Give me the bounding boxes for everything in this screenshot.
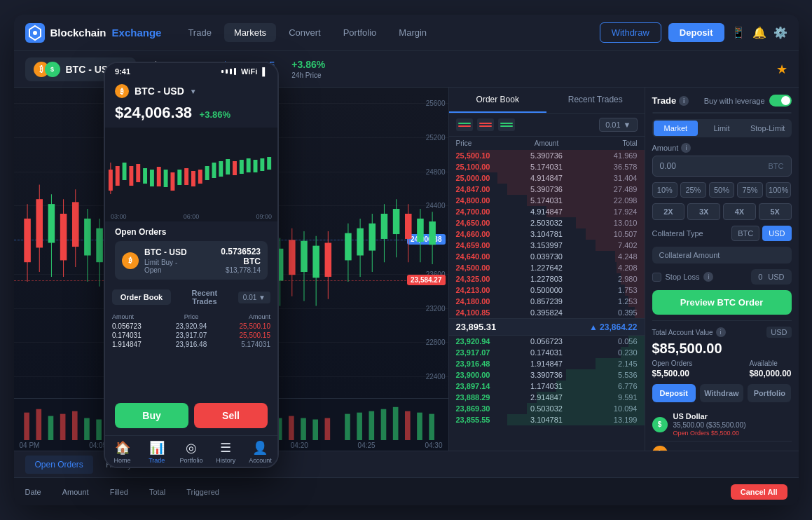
amount-label: Amount i: [652, 143, 792, 153]
toggle-knob: [781, 96, 790, 105]
deposit-action-btn[interactable]: Deposit: [652, 384, 696, 402]
mobile-header: ₿ BTC - USD ▼: [105, 78, 277, 104]
svg-rect-116: [177, 170, 181, 185]
ask-row-11[interactable]: 24,500.00 1.227642 4.208: [449, 262, 645, 273]
svg-rect-64: [392, 209, 399, 234]
order-type-limit[interactable]: Limit: [699, 121, 744, 136]
filter-both[interactable]: [456, 118, 473, 131]
panel-tabs: Order Book Recent Trades: [449, 88, 645, 114]
sell-tab[interactable]: Sell: [722, 113, 791, 114]
preview-order-button[interactable]: Preview BTC Order: [652, 290, 792, 315]
mobile-ob-tab1[interactable]: Order Book: [112, 289, 171, 305]
nav-trade[interactable]: Trade: [178, 23, 221, 42]
svg-rect-110: [136, 164, 140, 182]
mult-3x[interactable]: 3X: [687, 203, 720, 220]
ask-row-3[interactable]: 25,000.00 4.914847 31.404: [449, 172, 645, 184]
account-currency-selector[interactable]: USD: [766, 327, 791, 338]
mult-4x[interactable]: 4X: [723, 203, 756, 220]
bid-row-1[interactable]: 23,920.94 0.056723 0.056: [449, 336, 645, 347]
usd-asset-icon: $: [652, 417, 668, 432]
bid-row-5[interactable]: 23,897.14 1.174031 6.776: [449, 381, 645, 392]
ob-header: Price Amount Total: [449, 137, 645, 150]
mobile-nav-trade[interactable]: 📊 Trade: [139, 440, 174, 464]
mobile-sell-button[interactable]: Sell: [194, 403, 268, 428]
ask-row-5[interactable]: 24,800.00 5.174031 22.098: [449, 195, 645, 206]
mobile-buy-button[interactable]: Buy: [115, 403, 188, 428]
nav-margin[interactable]: Margin: [389, 23, 436, 42]
ask-row-7[interactable]: 24,650.00 2.503032 13.010: [449, 217, 645, 228]
pct-100[interactable]: 100%: [766, 182, 792, 198]
nav-portfolio[interactable]: Portfolio: [333, 23, 387, 42]
mobile-nav-history[interactable]: ☰ History: [209, 440, 243, 464]
tab-recent-trades[interactable]: Recent Trades: [546, 88, 645, 113]
mobile-change: +3.86%: [200, 109, 230, 120]
bid-row-2[interactable]: 23,917.07 0.174031 0.230: [449, 347, 645, 358]
precision-selector[interactable]: 0.01 ▼: [599, 118, 637, 132]
usd-asset-info: US Dollar 35,500.00 ($35,500.00) Open Or…: [673, 412, 746, 437]
stop-loss-checkbox[interactable]: [652, 273, 661, 282]
bell-icon[interactable]: 🔔: [752, 26, 766, 39]
mobile-nav-account[interactable]: 👤 Account: [243, 440, 277, 464]
pct-50[interactable]: 50%: [709, 182, 735, 198]
filter-buy[interactable]: [498, 118, 515, 131]
filter-sell[interactable]: [477, 118, 494, 131]
buy-tab[interactable]: Buy: [653, 113, 722, 114]
order-type-stop-limit[interactable]: Stop-Limit: [745, 121, 790, 136]
ask-row-4[interactable]: 24,847.00 5.390736 27.489: [449, 184, 645, 195]
mult-2x[interactable]: 2X: [652, 203, 685, 220]
mobile-ob-tabs: Order Book Recent Trades 0.01 ▼: [112, 285, 270, 309]
withdraw-button[interactable]: Withdraw: [600, 22, 661, 43]
col-triggered: Triggered: [186, 488, 219, 496]
stop-loss-value: 0: [758, 273, 762, 281]
account-label: Total Account Value: [652, 329, 713, 336]
ask-row-8[interactable]: 24,660.00 3.104781 10.507: [449, 228, 645, 240]
favorite-icon[interactable]: ★: [776, 62, 787, 77]
coll-btc[interactable]: BTC: [731, 226, 759, 241]
portfolio-action-btn[interactable]: Portfolio: [748, 384, 791, 402]
deposit-button[interactable]: Deposit: [668, 23, 724, 42]
ask-row-6[interactable]: 24,700.00 4.914847 17.924: [449, 206, 645, 217]
svg-rect-126: [247, 158, 251, 172]
multiplier-row: 2X 3X 4X 5X: [652, 203, 792, 220]
amount-input[interactable]: 0.00 BTC: [652, 156, 792, 177]
pct-25[interactable]: 25%: [680, 182, 706, 198]
ask-row-2[interactable]: 25,100.00 5.174031 36.578: [449, 161, 645, 172]
mobile-icon[interactable]: 📱: [731, 26, 745, 39]
bid-row-8[interactable]: 23,855.55 3.104781 13.199: [449, 414, 645, 425]
bid-row-6[interactable]: 23,888.29 2.914847 9.591: [449, 392, 645, 403]
bid-row-7[interactable]: 23,869.30 0.503032 10.094: [449, 403, 645, 414]
ask-row-10[interactable]: 24,640.00 0.039730 4.248: [449, 251, 645, 262]
bid-row-4[interactable]: 23,900.00 3.390736 5.536: [449, 369, 645, 381]
order-type-market[interactable]: Market: [654, 121, 699, 136]
nav-markets[interactable]: Markets: [224, 23, 276, 42]
ask-row-9[interactable]: 24,659.00 3.153997 7.402: [449, 240, 645, 251]
account-stats-row: Open Orders $5,500.00 Available $80,000.…: [652, 360, 792, 378]
settings-icon[interactable]: ⚙️: [773, 26, 787, 39]
ask-row-12[interactable]: 24,325.00 1.227803 2.980: [449, 273, 645, 285]
tab-order-book[interactable]: Order Book: [449, 88, 547, 113]
ask-row-15[interactable]: 24,100.85 0.395824 0.395: [449, 307, 645, 318]
ask-row-1[interactable]: 25,500.10 5.390736 41.969: [449, 150, 645, 161]
pct-10[interactable]: 10%: [652, 182, 678, 198]
mobile-nav-portfolio[interactable]: ◎ Portfolio: [174, 440, 208, 464]
svg-rect-101: [392, 407, 398, 440]
withdraw-action-btn[interactable]: Withdraw: [700, 384, 743, 402]
mult-5x[interactable]: 5X: [759, 203, 792, 220]
mobile-precision[interactable]: 0.01 ▼: [238, 292, 270, 303]
tab-open-orders[interactable]: Open Orders: [25, 456, 93, 474]
ask-row-13[interactable]: 24,213.00 0.500000 1.753: [449, 285, 645, 296]
pct-75[interactable]: 75%: [737, 182, 763, 198]
nav-convert[interactable]: Convert: [279, 23, 331, 42]
account-section: Total Account Value i USD $85,500.00 Ope…: [652, 320, 792, 451]
stop-loss-value-box[interactable]: 0 USD: [751, 269, 791, 285]
mobile-nav-portfolio-label: Portfolio: [179, 457, 202, 464]
svg-rect-16: [96, 228, 103, 262]
mobile-ob-tab2[interactable]: Recent Trades: [175, 285, 234, 309]
mobile-nav-home[interactable]: 🏠 Home: [105, 440, 139, 464]
orders-bottom-bar: Date Amount Filled Total Triggered Cance…: [14, 477, 799, 505]
bid-row-3[interactable]: 23,916.48 1.914847 2.145: [449, 358, 645, 369]
coll-usd[interactable]: USD: [762, 226, 791, 241]
leverage-switch[interactable]: [769, 95, 792, 107]
cancel-all-button[interactable]: Cancel All: [731, 484, 787, 500]
ask-row-14[interactable]: 24,180.00 0.857239 1.253: [449, 296, 645, 307]
